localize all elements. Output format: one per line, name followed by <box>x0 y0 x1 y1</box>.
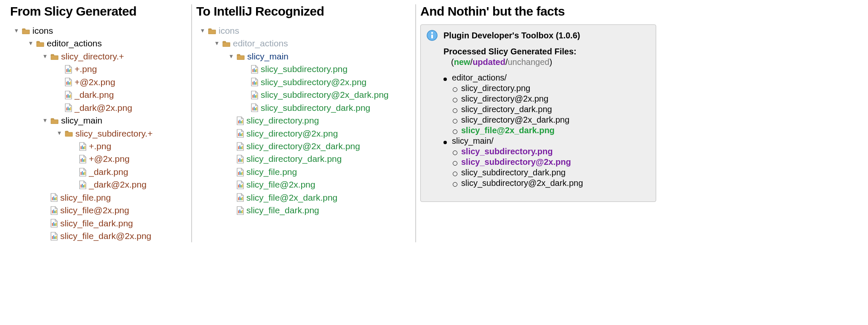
folder-icon <box>237 54 245 60</box>
info-panel: Plugin Developer's Toolbox (1.0.6) Proce… <box>420 24 656 202</box>
folder-icon <box>208 28 216 34</box>
tree-file[interactable]: ▼ slicy_directory@2x_dark.png <box>227 140 411 153</box>
svg-rect-65 <box>240 120 240 124</box>
svg-rect-97 <box>431 35 433 38</box>
svg-rect-32 <box>52 197 53 200</box>
svg-rect-43 <box>56 223 57 226</box>
tree-file[interactable]: ▼ slicy_file.png <box>41 191 187 204</box>
svg-rect-69 <box>240 132 240 136</box>
tree-file[interactable]: ▼ slicy_file@2x.png <box>41 204 187 217</box>
disclosure-triangle-icon[interactable]: ▼ <box>41 117 49 125</box>
tree-folder[interactable]: ▼ icons <box>13 24 187 37</box>
svg-rect-7 <box>70 81 71 85</box>
tree-file[interactable]: ▼ slicy_directory@2x.png <box>227 127 411 140</box>
svg-rect-46 <box>55 236 56 239</box>
svg-rect-47 <box>56 236 57 239</box>
svg-rect-61 <box>254 107 255 110</box>
panel-group-dir: slicy_main/ <box>452 136 494 145</box>
disclosure-triangle-icon[interactable]: ▼ <box>199 27 206 35</box>
svg-rect-20 <box>81 159 82 162</box>
tree-file[interactable]: ▼ _dark@2x.png <box>56 102 187 114</box>
svg-rect-36 <box>52 210 53 213</box>
svg-rect-80 <box>238 172 239 175</box>
disclosure-triangle-icon[interactable]: ▼ <box>213 40 221 48</box>
svg-rect-19 <box>85 146 85 149</box>
tree-file[interactable]: ▼ slicy_directory.png <box>227 114 411 127</box>
image-file-icon <box>79 155 86 164</box>
disclosure-triangle-icon[interactable]: ▼ <box>41 53 49 61</box>
panel-title: Plugin Developer's Toolbox (1.0.6) <box>443 31 580 40</box>
svg-rect-27 <box>85 172 85 175</box>
tree-node-label: slicy_directory_dark.png <box>246 153 342 165</box>
tree-node-label: slicy_file.png <box>60 191 111 204</box>
svg-rect-11 <box>70 94 71 98</box>
tree-file[interactable]: ▼ +.png <box>70 140 187 153</box>
tree-file[interactable]: ▼ slicy_file@2x.png <box>227 178 411 191</box>
svg-rect-22 <box>83 159 84 162</box>
tree-folder[interactable]: ▼ slicy_directory.+ <box>41 50 187 63</box>
image-file-icon <box>237 116 244 125</box>
tree-node-label: icons <box>32 24 53 37</box>
svg-point-98 <box>431 32 433 34</box>
tree-file[interactable]: ▼ slicy_file@2x_dark.png <box>227 191 411 204</box>
tree-file[interactable]: ▼ +.png <box>56 63 187 75</box>
panel-group-dir: editor_actions/ <box>452 73 507 82</box>
tree-file[interactable]: ▼ slicy_subdirectory@2x.png <box>242 76 411 89</box>
tree-file[interactable]: ▼ slicy_directory_dark.png <box>227 153 411 165</box>
tree-node-label: slicy_subdirectory_dark.png <box>261 102 370 114</box>
tree-file[interactable]: ▼ slicy_subdirectory@2x_dark.png <box>242 89 411 101</box>
image-file-icon <box>51 206 58 215</box>
image-file-icon <box>237 180 244 189</box>
panel-file-item: slicy_directory@2x_dark.png <box>452 115 649 125</box>
folder-icon <box>51 118 59 124</box>
tree-node-label: slicy_directory@2x_dark.png <box>246 140 360 153</box>
svg-rect-40 <box>52 223 53 226</box>
tree-folder[interactable]: ▼ slicy_subdirectory.+ <box>56 127 187 140</box>
tree-file[interactable]: ▼ slicy_file_dark.png <box>227 204 411 217</box>
tree-file[interactable]: ▼ +@2x.png <box>70 153 187 165</box>
image-file-icon <box>51 232 58 241</box>
tree-node-label: editor_actions <box>233 37 288 50</box>
tree-file[interactable]: ▼ slicy_file_dark.png <box>41 217 187 230</box>
svg-rect-16 <box>81 146 82 149</box>
svg-rect-81 <box>240 171 240 175</box>
svg-rect-21 <box>82 158 83 162</box>
tree-file[interactable]: ▼ _dark.png <box>70 166 187 178</box>
svg-rect-38 <box>55 211 56 213</box>
tree-file[interactable]: ▼ slicy_file_dark@2x.png <box>41 230 187 242</box>
panel-file-name: slicy_directory.png <box>461 83 530 93</box>
panel-group: editor_actions/slicy_directory.pngslicy_… <box>443 73 649 135</box>
svg-rect-90 <box>241 198 242 200</box>
tree-folder[interactable]: ▼ editor_actions <box>27 37 187 50</box>
file-tree-slicy[interactable]: ▼ icons▼ editor_actions▼ slicy_directory… <box>10 24 187 242</box>
tree-node-label: slicy_directory.+ <box>61 50 124 63</box>
tree-folder[interactable]: ▼ slicy_main <box>227 50 411 63</box>
tree-file[interactable]: ▼ slicy_file.png <box>227 166 411 178</box>
tree-file[interactable]: ▼ slicy_subdirectory_dark.png <box>242 102 411 114</box>
folder-icon <box>65 130 73 137</box>
tree-file[interactable]: ▼ _dark.png <box>56 89 187 101</box>
svg-rect-64 <box>238 121 239 124</box>
svg-rect-10 <box>69 95 70 98</box>
panel-file-item: slicy_directory@2x.png <box>452 94 649 104</box>
svg-rect-73 <box>240 145 240 149</box>
tree-file[interactable]: ▼ +@2x.png <box>56 76 187 89</box>
file-tree-intellij[interactable]: ▼ icons▼ editor_actions▼ slicy_main▼ sli… <box>196 24 411 217</box>
svg-rect-93 <box>240 210 240 213</box>
disclosure-triangle-icon[interactable]: ▼ <box>227 53 235 61</box>
tree-folder[interactable]: ▼ editor_actions <box>213 37 411 50</box>
folder-icon <box>36 40 44 47</box>
svg-rect-26 <box>83 172 84 175</box>
tree-node-label: +.png <box>75 63 97 75</box>
disclosure-triangle-icon[interactable]: ▼ <box>56 129 63 137</box>
tree-folder[interactable]: ▼ icons <box>199 24 411 37</box>
disclosure-triangle-icon[interactable]: ▼ <box>27 40 35 48</box>
tree-folder[interactable]: ▼ slicy_main <box>41 114 187 127</box>
svg-rect-5 <box>68 81 69 85</box>
tree-file[interactable]: ▼ _dark@2x.png <box>70 178 187 191</box>
tree-file[interactable]: ▼ slicy_subdirectory.png <box>242 63 411 75</box>
disclosure-triangle-icon[interactable]: ▼ <box>13 27 20 35</box>
image-file-icon <box>79 168 86 177</box>
svg-rect-51 <box>256 69 257 72</box>
tree-node-label: slicy_file@2x.png <box>246 178 315 191</box>
